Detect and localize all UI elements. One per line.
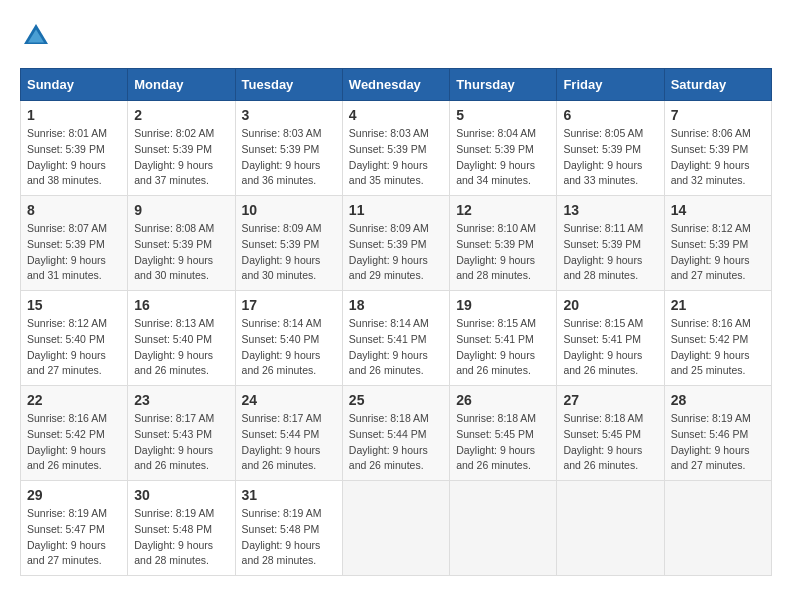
col-monday: Monday (128, 69, 235, 101)
calendar-week-row: 15Sunrise: 8:12 AM Sunset: 5:40 PM Dayli… (21, 291, 772, 386)
day-info: Sunrise: 8:19 AM Sunset: 5:48 PM Dayligh… (134, 506, 228, 569)
table-row: 29Sunrise: 8:19 AM Sunset: 5:47 PM Dayli… (21, 481, 128, 576)
day-info: Sunrise: 8:09 AM Sunset: 5:39 PM Dayligh… (349, 221, 443, 284)
calendar-week-row: 1Sunrise: 8:01 AM Sunset: 5:39 PM Daylig… (21, 101, 772, 196)
table-row: 18Sunrise: 8:14 AM Sunset: 5:41 PM Dayli… (342, 291, 449, 386)
table-row: 28Sunrise: 8:19 AM Sunset: 5:46 PM Dayli… (664, 386, 771, 481)
day-info: Sunrise: 8:15 AM Sunset: 5:41 PM Dayligh… (456, 316, 550, 379)
day-info: Sunrise: 8:17 AM Sunset: 5:44 PM Dayligh… (242, 411, 336, 474)
day-number: 30 (134, 487, 228, 503)
day-info: Sunrise: 8:12 AM Sunset: 5:40 PM Dayligh… (27, 316, 121, 379)
logo-icon (20, 20, 52, 52)
day-info: Sunrise: 8:03 AM Sunset: 5:39 PM Dayligh… (349, 126, 443, 189)
day-number: 12 (456, 202, 550, 218)
table-row: 2Sunrise: 8:02 AM Sunset: 5:39 PM Daylig… (128, 101, 235, 196)
table-row: 17Sunrise: 8:14 AM Sunset: 5:40 PM Dayli… (235, 291, 342, 386)
day-number: 4 (349, 107, 443, 123)
day-number: 5 (456, 107, 550, 123)
day-info: Sunrise: 8:01 AM Sunset: 5:39 PM Dayligh… (27, 126, 121, 189)
day-info: Sunrise: 8:16 AM Sunset: 5:42 PM Dayligh… (671, 316, 765, 379)
table-row: 1Sunrise: 8:01 AM Sunset: 5:39 PM Daylig… (21, 101, 128, 196)
calendar-week-row: 8Sunrise: 8:07 AM Sunset: 5:39 PM Daylig… (21, 196, 772, 291)
table-row: 8Sunrise: 8:07 AM Sunset: 5:39 PM Daylig… (21, 196, 128, 291)
day-number: 31 (242, 487, 336, 503)
table-row: 14Sunrise: 8:12 AM Sunset: 5:39 PM Dayli… (664, 196, 771, 291)
day-info: Sunrise: 8:06 AM Sunset: 5:39 PM Dayligh… (671, 126, 765, 189)
day-number: 19 (456, 297, 550, 313)
day-number: 27 (563, 392, 657, 408)
col-saturday: Saturday (664, 69, 771, 101)
day-number: 6 (563, 107, 657, 123)
day-number: 20 (563, 297, 657, 313)
table-row: 19Sunrise: 8:15 AM Sunset: 5:41 PM Dayli… (450, 291, 557, 386)
day-info: Sunrise: 8:09 AM Sunset: 5:39 PM Dayligh… (242, 221, 336, 284)
day-number: 18 (349, 297, 443, 313)
table-row: 3Sunrise: 8:03 AM Sunset: 5:39 PM Daylig… (235, 101, 342, 196)
table-row: 16Sunrise: 8:13 AM Sunset: 5:40 PM Dayli… (128, 291, 235, 386)
day-number: 3 (242, 107, 336, 123)
table-row: 6Sunrise: 8:05 AM Sunset: 5:39 PM Daylig… (557, 101, 664, 196)
day-info: Sunrise: 8:12 AM Sunset: 5:39 PM Dayligh… (671, 221, 765, 284)
table-row: 15Sunrise: 8:12 AM Sunset: 5:40 PM Dayli… (21, 291, 128, 386)
day-number: 14 (671, 202, 765, 218)
day-number: 16 (134, 297, 228, 313)
calendar-table: Sunday Monday Tuesday Wednesday Thursday… (20, 68, 772, 576)
day-info: Sunrise: 8:15 AM Sunset: 5:41 PM Dayligh… (563, 316, 657, 379)
table-row (664, 481, 771, 576)
day-info: Sunrise: 8:02 AM Sunset: 5:39 PM Dayligh… (134, 126, 228, 189)
day-number: 28 (671, 392, 765, 408)
col-tuesday: Tuesday (235, 69, 342, 101)
day-number: 9 (134, 202, 228, 218)
day-number: 13 (563, 202, 657, 218)
table-row: 25Sunrise: 8:18 AM Sunset: 5:44 PM Dayli… (342, 386, 449, 481)
day-number: 15 (27, 297, 121, 313)
table-row (450, 481, 557, 576)
day-info: Sunrise: 8:14 AM Sunset: 5:40 PM Dayligh… (242, 316, 336, 379)
day-number: 17 (242, 297, 336, 313)
table-row: 10Sunrise: 8:09 AM Sunset: 5:39 PM Dayli… (235, 196, 342, 291)
table-row (557, 481, 664, 576)
day-info: Sunrise: 8:14 AM Sunset: 5:41 PM Dayligh… (349, 316, 443, 379)
day-number: 29 (27, 487, 121, 503)
day-number: 21 (671, 297, 765, 313)
col-thursday: Thursday (450, 69, 557, 101)
table-row: 26Sunrise: 8:18 AM Sunset: 5:45 PM Dayli… (450, 386, 557, 481)
day-number: 26 (456, 392, 550, 408)
calendar-header-row: Sunday Monday Tuesday Wednesday Thursday… (21, 69, 772, 101)
table-row: 9Sunrise: 8:08 AM Sunset: 5:39 PM Daylig… (128, 196, 235, 291)
day-number: 2 (134, 107, 228, 123)
day-info: Sunrise: 8:18 AM Sunset: 5:45 PM Dayligh… (563, 411, 657, 474)
day-info: Sunrise: 8:03 AM Sunset: 5:39 PM Dayligh… (242, 126, 336, 189)
table-row (342, 481, 449, 576)
table-row: 4Sunrise: 8:03 AM Sunset: 5:39 PM Daylig… (342, 101, 449, 196)
day-number: 22 (27, 392, 121, 408)
table-row: 7Sunrise: 8:06 AM Sunset: 5:39 PM Daylig… (664, 101, 771, 196)
day-number: 23 (134, 392, 228, 408)
day-info: Sunrise: 8:16 AM Sunset: 5:42 PM Dayligh… (27, 411, 121, 474)
day-info: Sunrise: 8:04 AM Sunset: 5:39 PM Dayligh… (456, 126, 550, 189)
day-number: 10 (242, 202, 336, 218)
day-info: Sunrise: 8:07 AM Sunset: 5:39 PM Dayligh… (27, 221, 121, 284)
day-number: 7 (671, 107, 765, 123)
table-row: 20Sunrise: 8:15 AM Sunset: 5:41 PM Dayli… (557, 291, 664, 386)
calendar-week-row: 22Sunrise: 8:16 AM Sunset: 5:42 PM Dayli… (21, 386, 772, 481)
day-info: Sunrise: 8:13 AM Sunset: 5:40 PM Dayligh… (134, 316, 228, 379)
day-info: Sunrise: 8:18 AM Sunset: 5:45 PM Dayligh… (456, 411, 550, 474)
day-number: 11 (349, 202, 443, 218)
day-info: Sunrise: 8:19 AM Sunset: 5:46 PM Dayligh… (671, 411, 765, 474)
day-number: 24 (242, 392, 336, 408)
day-info: Sunrise: 8:19 AM Sunset: 5:47 PM Dayligh… (27, 506, 121, 569)
table-row: 12Sunrise: 8:10 AM Sunset: 5:39 PM Dayli… (450, 196, 557, 291)
table-row: 11Sunrise: 8:09 AM Sunset: 5:39 PM Dayli… (342, 196, 449, 291)
col-sunday: Sunday (21, 69, 128, 101)
day-info: Sunrise: 8:11 AM Sunset: 5:39 PM Dayligh… (563, 221, 657, 284)
day-info: Sunrise: 8:17 AM Sunset: 5:43 PM Dayligh… (134, 411, 228, 474)
table-row: 23Sunrise: 8:17 AM Sunset: 5:43 PM Dayli… (128, 386, 235, 481)
day-number: 25 (349, 392, 443, 408)
table-row: 13Sunrise: 8:11 AM Sunset: 5:39 PM Dayli… (557, 196, 664, 291)
day-info: Sunrise: 8:10 AM Sunset: 5:39 PM Dayligh… (456, 221, 550, 284)
table-row: 5Sunrise: 8:04 AM Sunset: 5:39 PM Daylig… (450, 101, 557, 196)
table-row: 21Sunrise: 8:16 AM Sunset: 5:42 PM Dayli… (664, 291, 771, 386)
table-row: 31Sunrise: 8:19 AM Sunset: 5:48 PM Dayli… (235, 481, 342, 576)
table-row: 27Sunrise: 8:18 AM Sunset: 5:45 PM Dayli… (557, 386, 664, 481)
